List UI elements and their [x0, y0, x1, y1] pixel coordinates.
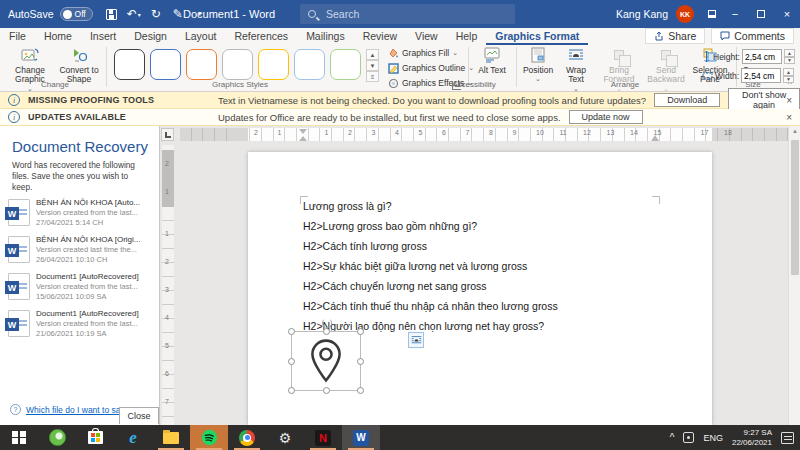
graphics-fill-button[interactable]: Graphics Fill⌄ [388, 47, 458, 59]
search-input[interactable] [326, 8, 486, 20]
text-line[interactable]: H2>Cách tính lương gross [303, 240, 558, 260]
search-box[interactable] [300, 4, 515, 24]
location-pin-graphic[interactable] [309, 338, 343, 384]
save-icon[interactable] [102, 5, 122, 23]
document-text[interactable]: Lương gross là gì? H2>Lương gross bao gồ… [303, 200, 558, 340]
download-button[interactable]: Download [654, 93, 720, 107]
spin-up-icon[interactable]: ▲ [783, 68, 794, 76]
taskbar-app-spotify[interactable] [190, 425, 228, 450]
account-area[interactable]: Kang Kang KK [616, 0, 722, 28]
taskbar-app-game[interactable] [38, 425, 76, 450]
text-line[interactable]: Lương gross là gì? [303, 200, 558, 220]
gallery-down-icon[interactable]: ▼ [366, 60, 379, 71]
close-button[interactable]: × [774, 0, 800, 28]
recovery-close-button[interactable]: Close [119, 407, 159, 424]
spin-up-icon[interactable]: ▲ [784, 49, 795, 57]
undo-icon[interactable]: ↶▾ [124, 5, 144, 23]
horizontal-ruler[interactable]: 123456789101112131415171812 [180, 128, 788, 141]
tray-app-icon[interactable] [683, 432, 694, 443]
recovered-file-item[interactable]: Document1 [AutoRecovered]Version created… [8, 272, 156, 306]
tab-references[interactable]: References [225, 28, 297, 45]
graphics-outline-button[interactable]: Graphics Outline⌄ [388, 62, 474, 74]
resize-handle[interactable] [357, 387, 364, 394]
graphics-style-swatch[interactable] [222, 49, 253, 80]
tab-home[interactable]: Home [35, 28, 81, 45]
resize-handle[interactable] [357, 328, 364, 335]
graphics-style-swatch[interactable] [258, 49, 289, 80]
tab-layout[interactable]: Layout [176, 28, 226, 45]
graphics-style-swatch[interactable] [294, 49, 325, 80]
resize-handle[interactable] [288, 358, 295, 365]
which-file-help-link[interactable]: Which file do I want to save? [26, 405, 134, 415]
spin-down-icon[interactable]: ▼ [783, 76, 794, 84]
indent-marker-right[interactable] [651, 131, 659, 141]
text-line[interactable]: H2>Sự khác biệt giữa lương net và lương … [303, 260, 558, 280]
minimize-button[interactable]: − [722, 0, 748, 28]
graphics-style-swatch[interactable] [150, 49, 181, 80]
action-center-icon[interactable] [781, 432, 794, 444]
tab-selector[interactable] [161, 128, 174, 141]
width-input[interactable] [741, 68, 781, 83]
taskbar-app-word[interactable]: W [342, 425, 380, 450]
document-page[interactable]: Lương gross là gì? H2>Lương gross bao gồ… [248, 152, 712, 425]
comments-button[interactable]: Comments [711, 28, 794, 44]
start-button[interactable] [0, 425, 38, 450]
alt-text-button[interactable]: Alt Text [472, 46, 512, 75]
resize-handle[interactable] [323, 328, 330, 335]
vertical-ruler[interactable]: 123456712 [162, 145, 174, 425]
gallery-up-icon[interactable]: ▲ [366, 49, 379, 60]
recovered-file-item[interactable]: Document1 [AutoRecovered]Version created… [8, 309, 156, 343]
autosave-toggle[interactable]: Off [60, 7, 93, 21]
scrollbar-thumb[interactable] [791, 140, 799, 275]
tab-graphics-format[interactable]: Graphics Format [486, 28, 588, 45]
update-now-button[interactable]: Update now [569, 110, 643, 124]
taskbar-app-internet-explorer[interactable]: e [114, 425, 152, 450]
language-indicator[interactable]: ENG [703, 433, 723, 443]
redo-icon[interactable]: ↻ [146, 5, 166, 23]
avatar[interactable]: KK [676, 5, 694, 23]
tab-file[interactable]: File [0, 28, 35, 45]
tab-design[interactable]: Design [125, 28, 176, 45]
recovered-file-item[interactable]: BỆNH ÁN NỘI KHOA [Auto...Version created… [8, 198, 156, 232]
vertical-scrollbar[interactable]: ▲ [788, 126, 800, 425]
notification-close-icon[interactable]: × [786, 112, 792, 123]
gallery-more-icon[interactable]: ≡ [366, 71, 379, 82]
text-line[interactable]: H2>Cách chuyển lương net sang gross [303, 280, 558, 300]
share-button[interactable]: Share [645, 28, 705, 44]
resize-handle[interactable] [288, 328, 295, 335]
scroll-up-icon[interactable]: ▲ [789, 128, 800, 134]
spin-down-icon[interactable]: ▼ [784, 57, 795, 65]
clock[interactable]: 9:27 SA 22/06/2021 [732, 428, 772, 448]
taskbar-app-settings[interactable]: ⚙ [266, 425, 304, 450]
ribbon-display-options-icon[interactable] [702, 0, 722, 28]
graphics-style-swatch[interactable] [114, 49, 145, 80]
resize-handle[interactable] [323, 387, 330, 394]
width-spinner[interactable]: ▲▼ [783, 68, 794, 83]
resize-handle[interactable] [288, 387, 295, 394]
taskbar-app-store[interactable] [76, 425, 114, 450]
height-input[interactable] [742, 49, 782, 64]
notification-close-icon[interactable]: × [786, 95, 792, 106]
graphics-style-swatch[interactable] [330, 49, 361, 80]
position-button[interactable]: Position⌄ [519, 46, 557, 83]
tab-insert[interactable]: Insert [81, 28, 125, 45]
tab-review[interactable]: Review [354, 28, 406, 45]
rotate-handle-icon[interactable] [322, 318, 332, 328]
taskbar-app-chrome[interactable] [228, 425, 266, 450]
taskbar-app-netflix[interactable]: N [304, 425, 342, 450]
graphics-style-swatch[interactable] [186, 49, 217, 80]
taskbar-app-file-explorer[interactable] [152, 425, 190, 450]
recovered-file-item[interactable]: BỆNH ÁN NỘI KHOA [Origi...Version create… [8, 235, 156, 269]
selected-graphic[interactable] [291, 331, 361, 391]
indent-marker-left[interactable] [299, 129, 307, 140]
text-line[interactable]: H2>Cách tính thuế thu nhập cá nhân theo … [303, 300, 558, 320]
resize-handle[interactable] [357, 358, 364, 365]
height-spinner[interactable]: ▲▼ [784, 49, 795, 64]
tab-view[interactable]: View [406, 28, 447, 45]
convert-to-shape-button[interactable]: Convert to Shape [56, 46, 102, 85]
tab-mailings[interactable]: Mailings [297, 28, 354, 45]
text-line[interactable]: H2>Lương gross bao gồm những gì? [303, 220, 558, 240]
maximize-button[interactable] [748, 0, 774, 28]
tray-chevron-icon[interactable]: ^ [670, 432, 675, 443]
layout-options-button[interactable] [408, 332, 424, 348]
